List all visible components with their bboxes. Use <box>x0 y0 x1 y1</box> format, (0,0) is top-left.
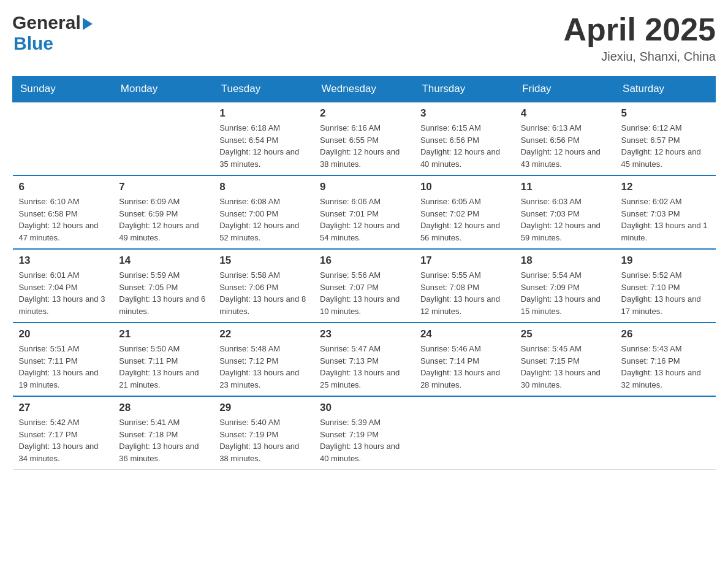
calendar-week-2: 6 Sunrise: 6:10 AMSunset: 6:58 PMDayligh… <box>13 175 716 249</box>
day-number: 11 <box>521 181 609 193</box>
calendar-cell: 14 Sunrise: 5:59 AMSunset: 7:05 PMDaylig… <box>113 249 213 323</box>
header-day-tuesday: Tuesday <box>213 77 314 102</box>
day-info: Sunrise: 6:15 AMSunset: 6:56 PMDaylight:… <box>420 122 509 170</box>
calendar-week-4: 20 Sunrise: 5:51 AMSunset: 7:11 PMDaylig… <box>13 323 716 396</box>
calendar-cell: 24 Sunrise: 5:46 AMSunset: 7:14 PMDaylig… <box>414 323 515 396</box>
calendar-table: SundayMondayTuesdayWednesdayThursdayFrid… <box>12 76 716 470</box>
day-info: Sunrise: 6:08 AMSunset: 7:00 PMDaylight:… <box>219 196 308 243</box>
day-number: 20 <box>19 328 107 340</box>
day-info: Sunrise: 6:05 AMSunset: 7:02 PMDaylight:… <box>420 196 509 243</box>
calendar-cell <box>515 396 615 470</box>
calendar-cell: 1 Sunrise: 6:18 AMSunset: 6:54 PMDayligh… <box>213 102 314 175</box>
calendar-cell: 12 Sunrise: 6:02 AMSunset: 7:03 PMDaylig… <box>615 175 716 249</box>
calendar-cell: 4 Sunrise: 6:13 AMSunset: 6:56 PMDayligh… <box>515 102 615 175</box>
logo: General Blue <box>12 12 93 54</box>
calendar-header: SundayMondayTuesdayWednesdayThursdayFrid… <box>13 77 716 102</box>
day-number: 1 <box>219 107 308 120</box>
calendar-cell: 6 Sunrise: 6:10 AMSunset: 6:58 PMDayligh… <box>13 175 113 249</box>
header-day-thursday: Thursday <box>414 77 515 102</box>
calendar-cell <box>113 102 213 175</box>
day-info: Sunrise: 5:43 AMSunset: 7:16 PMDaylight:… <box>621 343 710 391</box>
day-info: Sunrise: 6:16 AMSunset: 6:55 PMDaylight:… <box>320 122 408 170</box>
calendar-cell: 13 Sunrise: 6:01 AMSunset: 7:04 PMDaylig… <box>13 249 113 323</box>
header-day-wednesday: Wednesday <box>314 77 414 102</box>
calendar-cell: 11 Sunrise: 6:03 AMSunset: 7:03 PMDaylig… <box>515 175 615 249</box>
day-number: 13 <box>19 255 107 267</box>
calendar-cell: 15 Sunrise: 5:58 AMSunset: 7:06 PMDaylig… <box>213 249 314 323</box>
calendar-cell: 5 Sunrise: 6:12 AMSunset: 6:57 PMDayligh… <box>615 102 716 175</box>
day-number: 16 <box>320 255 408 267</box>
day-number: 19 <box>621 255 710 267</box>
day-info: Sunrise: 5:56 AMSunset: 7:07 PMDaylight:… <box>320 269 408 317</box>
day-number: 30 <box>320 402 408 414</box>
day-number: 25 <box>521 328 609 340</box>
day-info: Sunrise: 5:42 AMSunset: 7:17 PMDaylight:… <box>19 416 107 464</box>
day-number: 28 <box>119 402 207 414</box>
calendar-cell: 3 Sunrise: 6:15 AMSunset: 6:56 PMDayligh… <box>414 102 515 175</box>
day-info: Sunrise: 6:03 AMSunset: 7:03 PMDaylight:… <box>521 196 609 243</box>
calendar-title: April 2025 <box>563 12 716 47</box>
calendar-cell <box>615 396 716 470</box>
day-info: Sunrise: 6:02 AMSunset: 7:03 PMDaylight:… <box>621 196 710 243</box>
calendar-cell: 23 Sunrise: 5:47 AMSunset: 7:13 PMDaylig… <box>314 323 414 396</box>
day-number: 10 <box>420 181 509 193</box>
day-info: Sunrise: 6:12 AMSunset: 6:57 PMDaylight:… <box>621 122 710 170</box>
day-info: Sunrise: 6:09 AMSunset: 6:59 PMDaylight:… <box>119 196 207 243</box>
logo-blue-text: Blue <box>13 33 53 53</box>
header-day-saturday: Saturday <box>615 77 716 102</box>
day-info: Sunrise: 5:45 AMSunset: 7:15 PMDaylight:… <box>521 343 609 391</box>
logo-triangle-icon <box>83 18 93 30</box>
calendar-cell: 19 Sunrise: 5:52 AMSunset: 7:10 PMDaylig… <box>615 249 716 323</box>
day-number: 23 <box>320 328 408 340</box>
calendar-location: Jiexiu, Shanxi, China <box>563 50 716 64</box>
calendar-cell: 26 Sunrise: 5:43 AMSunset: 7:16 PMDaylig… <box>615 323 716 396</box>
day-info: Sunrise: 5:52 AMSunset: 7:10 PMDaylight:… <box>621 269 710 317</box>
calendar-cell: 27 Sunrise: 5:42 AMSunset: 7:17 PMDaylig… <box>13 396 113 470</box>
day-info: Sunrise: 6:18 AMSunset: 6:54 PMDaylight:… <box>219 122 308 170</box>
day-info: Sunrise: 5:54 AMSunset: 7:09 PMDaylight:… <box>521 269 609 317</box>
header-day-friday: Friday <box>515 77 615 102</box>
day-info: Sunrise: 6:13 AMSunset: 6:56 PMDaylight:… <box>521 122 609 170</box>
day-info: Sunrise: 5:47 AMSunset: 7:13 PMDaylight:… <box>320 343 408 391</box>
day-info: Sunrise: 5:48 AMSunset: 7:12 PMDaylight:… <box>219 343 308 391</box>
calendar-cell: 25 Sunrise: 5:45 AMSunset: 7:15 PMDaylig… <box>515 323 615 396</box>
header-row: SundayMondayTuesdayWednesdayThursdayFrid… <box>13 77 716 102</box>
calendar-cell <box>414 396 515 470</box>
calendar-body: 1 Sunrise: 6:18 AMSunset: 6:54 PMDayligh… <box>13 102 716 470</box>
day-info: Sunrise: 5:41 AMSunset: 7:18 PMDaylight:… <box>119 416 207 464</box>
day-number: 18 <box>521 255 609 267</box>
calendar-cell: 21 Sunrise: 5:50 AMSunset: 7:11 PMDaylig… <box>113 323 213 396</box>
day-number: 9 <box>320 181 408 193</box>
day-info: Sunrise: 5:58 AMSunset: 7:06 PMDaylight:… <box>219 269 308 317</box>
calendar-cell: 18 Sunrise: 5:54 AMSunset: 7:09 PMDaylig… <box>515 249 615 323</box>
calendar-cell: 8 Sunrise: 6:08 AMSunset: 7:00 PMDayligh… <box>213 175 314 249</box>
day-number: 5 <box>621 107 710 120</box>
calendar-cell: 20 Sunrise: 5:51 AMSunset: 7:11 PMDaylig… <box>13 323 113 396</box>
day-info: Sunrise: 5:40 AMSunset: 7:19 PMDaylight:… <box>219 416 308 464</box>
day-info: Sunrise: 5:39 AMSunset: 7:19 PMDaylight:… <box>320 416 408 464</box>
day-number: 15 <box>219 255 308 267</box>
day-number: 17 <box>420 255 509 267</box>
day-number: 2 <box>320 107 408 120</box>
calendar-cell: 7 Sunrise: 6:09 AMSunset: 6:59 PMDayligh… <box>113 175 213 249</box>
day-number: 27 <box>19 402 107 414</box>
day-number: 4 <box>521 107 609 120</box>
day-number: 14 <box>119 255 207 267</box>
header-day-sunday: Sunday <box>13 77 113 102</box>
calendar-week-3: 13 Sunrise: 6:01 AMSunset: 7:04 PMDaylig… <box>13 249 716 323</box>
day-info: Sunrise: 6:10 AMSunset: 6:58 PMDaylight:… <box>19 196 107 243</box>
logo-general-text: General <box>12 12 81 33</box>
title-block: April 2025 Jiexiu, Shanxi, China <box>563 12 716 64</box>
calendar-cell: 2 Sunrise: 6:16 AMSunset: 6:55 PMDayligh… <box>314 102 414 175</box>
calendar-cell: 22 Sunrise: 5:48 AMSunset: 7:12 PMDaylig… <box>213 323 314 396</box>
calendar-week-1: 1 Sunrise: 6:18 AMSunset: 6:54 PMDayligh… <box>13 102 716 175</box>
calendar-cell: 30 Sunrise: 5:39 AMSunset: 7:19 PMDaylig… <box>314 396 414 470</box>
day-info: Sunrise: 6:01 AMSunset: 7:04 PMDaylight:… <box>19 269 107 317</box>
day-number: 12 <box>621 181 710 193</box>
calendar-cell: 28 Sunrise: 5:41 AMSunset: 7:18 PMDaylig… <box>113 396 213 470</box>
page-header: General Blue April 2025 Jiexiu, Shanxi, … <box>12 12 716 64</box>
calendar-cell: 16 Sunrise: 5:56 AMSunset: 7:07 PMDaylig… <box>314 249 414 323</box>
day-info: Sunrise: 5:59 AMSunset: 7:05 PMDaylight:… <box>119 269 207 317</box>
day-number: 29 <box>219 402 308 414</box>
day-info: Sunrise: 5:50 AMSunset: 7:11 PMDaylight:… <box>119 343 207 391</box>
